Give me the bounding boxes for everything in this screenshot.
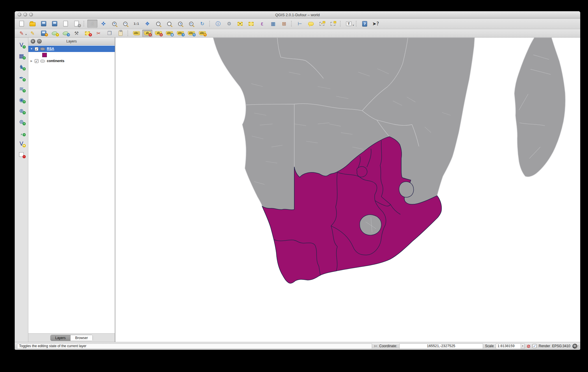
help-contents-button[interactable]: ? xyxy=(360,20,370,28)
add-postgis-layer-button[interactable]: ♞ + xyxy=(16,62,26,71)
text-annotation-icon: T xyxy=(346,21,352,26)
zoom-in-button[interactable]: + xyxy=(109,20,119,28)
label-pin-button[interactable]: ab ● xyxy=(142,30,152,37)
measure-ruler-icon: ⊢ xyxy=(298,21,302,26)
label-move-button[interactable]: abc ➜ xyxy=(175,30,185,37)
open-attribute-table-button[interactable]: ▦ xyxy=(268,20,278,28)
resize-grip[interactable] xyxy=(576,345,579,349)
add-feature-button[interactable]: ✦ xyxy=(49,30,60,37)
polygon-layer-icon xyxy=(40,47,45,51)
label-properties-button[interactable]: abc ✎ xyxy=(197,30,207,37)
expander-icon[interactable]: ▶ xyxy=(30,59,33,62)
tab-layers[interactable]: Layers xyxy=(51,335,70,341)
pan-map-button[interactable]: ☝ xyxy=(87,20,97,28)
minimize-window-button[interactable] xyxy=(23,13,27,16)
zoom-to-selection-button[interactable]: ◦ xyxy=(153,20,163,28)
add-vector-layer-button[interactable]: V + xyxy=(16,40,26,49)
layer-row-rsa[interactable]: ▼ ✓ RSA xyxy=(28,46,115,52)
coordinate-toggle-icon[interactable]: ✄ xyxy=(374,344,377,348)
new-bookmark-icon: ✦ xyxy=(319,22,324,26)
add-mssql-layer-button[interactable]: ≋ + xyxy=(16,84,26,93)
add-wfs-layer-button[interactable]: ⊚ + xyxy=(16,117,26,126)
save-project-as-button[interactable] xyxy=(49,20,60,28)
close-panel-icon[interactable]: ✕ xyxy=(31,39,35,44)
layer-label[interactable]: RSA xyxy=(47,47,54,51)
zoom-window-button[interactable] xyxy=(29,13,33,16)
render-checkbox[interactable]: ✓ xyxy=(532,344,537,348)
move-feature-button[interactable]: ➜ xyxy=(60,30,71,37)
add-oracle-layer-button[interactable]: ◉ + xyxy=(16,95,26,104)
new-project-button[interactable] xyxy=(16,20,27,28)
rsa-color-swatch[interactable] xyxy=(42,53,47,57)
text-annotation-button[interactable]: T ▾ xyxy=(344,20,354,28)
new-print-composer-button[interactable] xyxy=(60,20,71,28)
toggle-editing-button[interactable]: ✎ xyxy=(27,30,38,37)
composer-manager-button[interactable]: ⚙ xyxy=(71,20,82,28)
save-as-icon xyxy=(52,21,57,26)
refresh-map-button[interactable]: ↻ xyxy=(197,20,207,28)
open-project-button[interactable] xyxy=(27,20,38,28)
layer-label[interactable]: continents xyxy=(47,59,64,63)
save-layer-edits-button[interactable]: ✎ xyxy=(38,30,49,37)
layer-row-continents[interactable]: ▶ ✓ continents xyxy=(28,58,115,64)
scale-combo[interactable]: 1:8138159 ▾ xyxy=(496,343,525,349)
show-bookmarks-button[interactable] xyxy=(328,20,338,28)
hammer-tools-icon: ⚒ xyxy=(74,31,79,36)
stop-render-icon[interactable]: ⊘ xyxy=(527,343,530,349)
add-delimited-text-layer-button[interactable]: , + xyxy=(16,128,26,137)
label-toggle-display-button[interactable]: abc ◉ xyxy=(164,30,174,37)
field-calculator-button[interactable]: ⊞ xyxy=(279,20,289,28)
label-hold-button[interactable]: ab ● xyxy=(153,30,163,37)
zoom-full-button[interactable]: ✥ xyxy=(142,20,152,28)
add-raster-layer-button[interactable]: ▦ + xyxy=(16,51,26,60)
whats-this-button[interactable]: ➤? xyxy=(371,20,381,28)
label-rotate-button[interactable]: abc ↻ xyxy=(186,30,196,37)
open-folder-icon xyxy=(29,22,36,26)
save-project-button[interactable] xyxy=(38,20,49,28)
tab-browser[interactable]: Browser xyxy=(70,335,93,341)
zoom-out-button[interactable]: − xyxy=(120,20,130,28)
new-shapefile-layer-button[interactable]: V ✱ xyxy=(16,139,26,148)
layer-checkbox[interactable]: ✓ xyxy=(35,59,38,63)
coordinate-input[interactable] xyxy=(399,343,483,349)
attribute-table-icon: ▦ xyxy=(271,21,275,26)
close-window-button[interactable] xyxy=(18,13,21,16)
abc-label-icon: abc xyxy=(133,31,140,35)
select-by-expression-button[interactable]: ε xyxy=(257,20,267,28)
select-features-button[interactable]: ➤ xyxy=(235,20,245,28)
toolbar-separator xyxy=(127,30,129,36)
paste-features-button[interactable] xyxy=(115,30,125,37)
zoom-next-button[interactable]: ▸ xyxy=(186,20,196,28)
cut-features-button[interactable]: ✂ xyxy=(93,30,103,37)
labeling-button[interactable]: abc xyxy=(131,30,141,37)
crs-status-label: EPSG:3410 xyxy=(552,344,570,348)
deselect-features-button[interactable] xyxy=(246,20,256,28)
map-svg xyxy=(115,38,580,342)
map-tips-button[interactable] xyxy=(306,20,316,28)
measure-line-button[interactable]: ⊢ xyxy=(295,20,305,28)
identify-features-button[interactable]: ⓘ xyxy=(213,20,223,28)
chevron-down-icon[interactable]: ▾ xyxy=(521,344,524,349)
polygon-layer-icon xyxy=(40,59,45,63)
new-bookmark-button[interactable]: ✦ xyxy=(317,20,327,28)
float-panel-icon[interactable]: ❒ xyxy=(37,39,42,44)
node-tool-button[interactable]: ⚒ xyxy=(71,30,82,37)
zoom-to-layer-button[interactable] xyxy=(164,20,174,28)
zoom-last-button[interactable]: ◂ xyxy=(175,20,185,28)
remove-layer-button[interactable]: − xyxy=(16,150,26,159)
add-spatialite-layer-button[interactable]: ✒ + xyxy=(16,73,26,82)
layer-checkbox[interactable]: ✓ xyxy=(35,47,38,51)
map-canvas[interactable] xyxy=(115,38,580,342)
add-wms-layer-button[interactable]: ⊕ + xyxy=(16,106,26,115)
toolbar-separator xyxy=(340,21,342,27)
scale-value: 1:8138159 xyxy=(496,344,521,348)
expander-icon[interactable]: ▼ xyxy=(30,47,33,50)
save-icon xyxy=(41,21,46,26)
copy-features-button[interactable]: ❐ xyxy=(104,30,114,37)
run-feature-action-button[interactable]: ⚙ xyxy=(224,20,234,28)
delete-selected-button[interactable]: ✕ xyxy=(82,30,93,37)
current-edits-button[interactable]: ✎ ▾ xyxy=(16,30,27,37)
zoom-layer-icon xyxy=(167,22,171,26)
zoom-native-button[interactable]: 1:1 xyxy=(131,20,141,28)
pan-to-selection-button[interactable]: ✜ xyxy=(98,20,108,28)
